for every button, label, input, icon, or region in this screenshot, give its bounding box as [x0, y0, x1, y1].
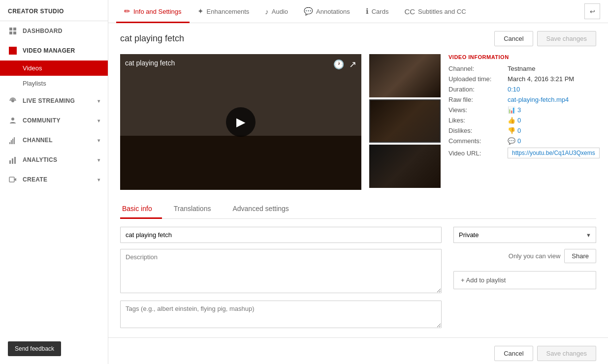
privacy-note-text: Only you can view	[509, 252, 561, 260]
tab-enhancements[interactable]: ✦ Enhancements	[190, 0, 257, 23]
comments-label: Comments:	[448, 137, 508, 145]
save-button-top[interactable]: Save changes	[537, 31, 596, 46]
form-left	[120, 227, 442, 330]
tab-translations[interactable]: Translations	[172, 200, 221, 219]
sidebar-item-dashboard[interactable]: DASHBOARD	[0, 21, 108, 41]
svg-rect-9	[9, 177, 14, 182]
sidebar: CREATOR STUDIO DASHBOARD VIDEO MANAGER V…	[0, 0, 108, 364]
sidebar-item-channel[interactable]: CHANNEL ▾	[0, 130, 108, 150]
duration-row: Duration: 0:10	[448, 86, 600, 93]
views-row: Views: 📊 3	[448, 106, 600, 114]
video-player[interactable]: cat playing fetch 🕐 ↗ ▶	[120, 54, 361, 190]
video-title-heading: cat playing fetch	[120, 33, 184, 44]
thumbnail-3[interactable]	[369, 145, 441, 188]
sidebar-item-live-streaming[interactable]: LIVE STREAMING ▾	[0, 91, 108, 111]
cancel-button-bottom[interactable]: Cancel	[494, 346, 533, 361]
content-area: cat playing fetch Cancel Save changes ca…	[108, 23, 608, 337]
cancel-button-top[interactable]: Cancel	[494, 31, 533, 46]
url-value[interactable]: https://youtu.be/Cq1AU3Qxems	[508, 148, 600, 158]
play-button[interactable]: ▶	[226, 107, 256, 137]
svg-rect-5	[14, 137, 15, 144]
form-area: Private Public Unlisted ▼ Only you can v…	[120, 227, 596, 330]
analytics-icon	[8, 155, 18, 165]
share-icon[interactable]: ↗	[349, 59, 356, 70]
thumbnail-2[interactable]	[369, 99, 441, 143]
sidebar-item-analytics[interactable]: ANALYTICS ▾	[0, 150, 108, 170]
tab-annotations-label: Annotations	[316, 8, 350, 15]
uploaded-label: Uploaded time:	[448, 75, 508, 83]
svg-rect-8	[14, 157, 16, 164]
tab-audio[interactable]: ♪ Audio	[257, 0, 296, 23]
pencil-icon: ✏	[124, 7, 130, 16]
thumbs-down-icon: 👎	[508, 127, 515, 134]
sidebar-sub-playlists[interactable]: Playlists	[0, 76, 108, 91]
top-tabs-bar: ✏ Info and Settings ✦ Enhancements ♪ Aud…	[108, 0, 608, 23]
create-icon	[8, 175, 18, 184]
views-value: 3	[517, 106, 521, 114]
comments-row: Comments: 💬 0	[448, 137, 600, 145]
save-button-bottom[interactable]: Save changes	[537, 346, 596, 361]
sidebar-bottom: Send feedback	[0, 334, 108, 364]
live-streaming-icon	[8, 96, 18, 106]
title-input[interactable]	[120, 227, 442, 243]
analytics-chevron: ▾	[97, 157, 100, 163]
sidebar-item-video-manager[interactable]: VIDEO MANAGER	[0, 41, 108, 61]
views-label: Views:	[448, 106, 508, 114]
raw-file-row: Raw file: cat-playing-fetch.mp4	[448, 96, 600, 103]
community-label: COMMUNITY	[23, 117, 61, 124]
create-label: CREATE	[23, 176, 47, 183]
share-button[interactable]: Share	[564, 249, 596, 263]
channel-row: Channel: Testname	[448, 65, 600, 72]
cc-icon: CC	[404, 7, 415, 16]
uploaded-row: Uploaded time: March 4, 2016 3:21 PM	[448, 75, 600, 83]
thumbs-up-icon: 👍	[508, 117, 515, 124]
tab-subtitles[interactable]: CC Subtitles and CC	[396, 0, 474, 23]
community-icon	[8, 116, 18, 125]
privacy-note-row: Only you can view Share	[453, 249, 596, 263]
tab-info-settings[interactable]: ✏ Info and Settings	[116, 0, 190, 23]
tab-annotations[interactable]: 💬 Annotations	[296, 0, 358, 23]
video-player-title: cat playing fetch	[125, 59, 175, 67]
sidebar-item-create[interactable]: CREATE ▾	[0, 170, 108, 189]
live-streaming-label: LIVE STREAMING	[23, 97, 75, 104]
thumbnail-1[interactable]	[369, 54, 441, 97]
description-input[interactable]	[120, 249, 442, 293]
sidebar-item-community[interactable]: COMMUNITY ▾	[0, 111, 108, 130]
svg-rect-3	[11, 140, 12, 144]
add-to-playlist-button[interactable]: + Add to playlist	[453, 271, 596, 289]
tab-advanced-settings[interactable]: Advanced settings	[230, 200, 298, 219]
tab-basic-info[interactable]: Basic info	[120, 200, 162, 219]
tab-cards[interactable]: ℹ Cards	[358, 0, 397, 23]
back-button[interactable]: ↩	[584, 3, 600, 19]
url-label: Video URL:	[448, 150, 508, 157]
form-right: Private Public Unlisted ▼ Only you can v…	[453, 227, 596, 330]
clock-icon[interactable]: 🕐	[333, 59, 344, 70]
channel-icon	[8, 135, 18, 145]
feedback-button[interactable]: Send feedback	[8, 341, 61, 356]
video-info-row: cat playing fetch 🕐 ↗ ▶	[120, 54, 596, 190]
app-title: CREATOR STUDIO	[8, 8, 64, 15]
sidebar-header: CREATOR STUDIO	[0, 0, 108, 21]
raw-file-value[interactable]: cat-playing-fetch.mp4	[508, 96, 569, 103]
dislikes-label: Dislikes:	[448, 127, 508, 134]
sidebar-sub-videos[interactable]: Videos	[0, 61, 108, 76]
main-content: ✏ Info and Settings ✦ Enhancements ♪ Aud…	[108, 0, 608, 364]
tab-info-settings-label: Info and Settings	[133, 8, 182, 15]
likes-label: Likes:	[448, 117, 508, 124]
tab-subtitles-label: Subtitles and CC	[418, 8, 466, 15]
privacy-select[interactable]: Private Public Unlisted	[453, 227, 596, 243]
video-manager-icon	[8, 46, 18, 56]
analytics-label: ANALYTICS	[23, 156, 57, 163]
dislikes-row: Dislikes: 👎 0	[448, 127, 600, 134]
channel-chevron: ▾	[97, 138, 100, 143]
svg-rect-7	[12, 158, 13, 164]
tags-input[interactable]	[120, 301, 442, 328]
bottom-save-row: Cancel Save changes	[108, 337, 608, 364]
tab-enhancements-label: Enhancements	[207, 8, 250, 15]
comment-icon: 💬	[508, 137, 515, 145]
svg-point-0	[11, 99, 14, 102]
video-info-title: VIDEO INFORMATION	[448, 54, 600, 60]
duration-value: 0:10	[508, 86, 520, 93]
svg-rect-6	[9, 160, 11, 164]
sidebar-section-main: DASHBOARD VIDEO MANAGER Videos Playlists…	[0, 21, 108, 189]
